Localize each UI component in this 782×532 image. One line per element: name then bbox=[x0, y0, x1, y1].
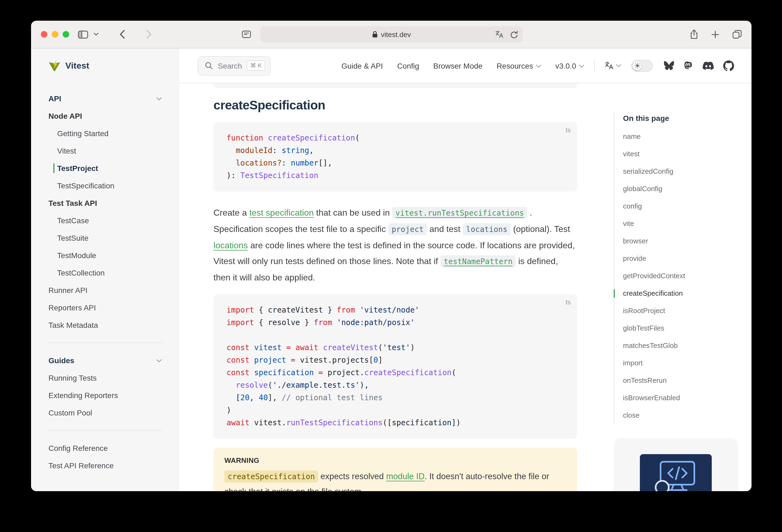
browser-window: vitest.dev bbox=[31, 21, 751, 491]
sidebar-section-api[interactable]: API bbox=[48, 90, 162, 107]
search-icon bbox=[205, 62, 213, 70]
reload-button[interactable] bbox=[510, 30, 518, 38]
sidebar-toggle-button[interactable] bbox=[78, 30, 88, 38]
sidebar-item-testcase[interactable]: TestCase bbox=[48, 212, 162, 229]
theme-toggle[interactable] bbox=[631, 60, 653, 72]
translate-icon bbox=[495, 30, 503, 39]
doc-main: createSpecification tsfunction createSpe… bbox=[213, 83, 577, 491]
outline-item-matchestestglob[interactable]: matchesTestGlob bbox=[623, 337, 738, 354]
traffic-lights bbox=[41, 31, 69, 38]
inline-link[interactable]: test specification bbox=[249, 208, 314, 217]
sponsor-card[interactable] bbox=[614, 438, 738, 491]
nav-link-label: Config bbox=[397, 61, 419, 70]
zoom-window-button[interactable] bbox=[63, 31, 69, 38]
nav-link-v3-0-0[interactable]: v3.0.0 bbox=[556, 61, 584, 70]
tab-overview-button[interactable] bbox=[733, 30, 742, 39]
inline-link[interactable]: locations bbox=[213, 241, 248, 250]
sidebar-options-chevron[interactable] bbox=[94, 33, 99, 36]
sidebar-item-runner-api[interactable]: Runner API bbox=[48, 282, 162, 299]
sidebar-item-config-reference[interactable]: Config Reference bbox=[48, 439, 162, 457]
sidebar-section-guides[interactable]: Guides bbox=[48, 352, 162, 369]
forward-button[interactable] bbox=[146, 29, 152, 39]
search-label: Search bbox=[218, 61, 242, 70]
sidebar-item-test-task-api[interactable]: Test Task API bbox=[48, 194, 162, 212]
address-bar[interactable]: vitest.dev bbox=[260, 26, 523, 42]
code-lang-label: ts bbox=[566, 126, 571, 134]
code-line: const vitest = await createVitest('test'… bbox=[226, 342, 564, 354]
outline-item-name[interactable]: name bbox=[623, 128, 738, 145]
sidebar-item-test-api-reference[interactable]: Test API Reference bbox=[48, 457, 162, 474]
sidebar-section-label: API bbox=[48, 94, 61, 103]
back-button[interactable] bbox=[119, 29, 125, 39]
sidebar-item-extending-reporters[interactable]: Extending Reporters bbox=[48, 387, 162, 404]
new-tab-button[interactable] bbox=[711, 30, 719, 38]
page-settings-icon bbox=[242, 31, 251, 38]
lock-icon bbox=[372, 31, 378, 38]
theme-toggle-knob bbox=[633, 61, 641, 70]
sidebar-item-node-api[interactable]: Node API bbox=[48, 107, 162, 125]
outline-item-close[interactable]: close bbox=[623, 407, 738, 424]
sidebar-item-running-tests[interactable]: Running Tests bbox=[48, 369, 162, 387]
code-line: ) bbox=[226, 404, 564, 417]
url-text: vitest.dev bbox=[381, 30, 411, 38]
sidebar-item-testmodule[interactable]: TestModule bbox=[48, 247, 162, 264]
inline-code: project bbox=[388, 223, 427, 235]
sidebar-item-custom-pool[interactable]: Custom Pool bbox=[48, 404, 162, 422]
sidebar-item-testspecification[interactable]: TestSpecification bbox=[48, 177, 162, 194]
outline-item-vitest[interactable]: vitest bbox=[623, 145, 738, 163]
bluesky-icon bbox=[664, 61, 674, 70]
outline-item-provide[interactable]: provide bbox=[623, 250, 738, 268]
sponsor-image bbox=[640, 454, 712, 491]
doc-paragraph: Create a test specification that can be … bbox=[213, 205, 577, 285]
outline-item-globalconfig[interactable]: globalConfig bbox=[623, 180, 738, 198]
nav-link-resources[interactable]: Resources bbox=[497, 61, 541, 70]
sidebar-item-vitest[interactable]: Vitest bbox=[48, 142, 162, 159]
sidebar-item-testproject[interactable]: TestProject bbox=[48, 159, 162, 177]
close-window-button[interactable] bbox=[41, 31, 47, 38]
outline-item-getprovidedcontext[interactable]: getProvidedContext bbox=[623, 268, 738, 285]
inline-code-link[interactable]: vitest.runTestSpecifications bbox=[392, 207, 527, 219]
search-button[interactable]: Search ⌘ K bbox=[198, 56, 271, 75]
outline-item-import[interactable]: import bbox=[623, 354, 738, 372]
outline-item-config[interactable]: config bbox=[623, 198, 738, 215]
text-run: and test bbox=[427, 224, 463, 234]
mastodon-link[interactable] bbox=[683, 61, 693, 71]
inline-code-link[interactable]: testNamePattern bbox=[440, 255, 516, 268]
logo[interactable]: Vitest bbox=[31, 48, 179, 83]
code-line: import { createVitest } from 'vitest/nod… bbox=[226, 304, 564, 316]
sidebar-item-testcollection[interactable]: TestCollection bbox=[48, 264, 162, 282]
sidebar-item-task-metadata[interactable]: Task Metadata bbox=[48, 316, 162, 334]
code-line: resolve('./example.test.ts'), bbox=[226, 379, 564, 391]
sidebar-item-getting-started[interactable]: Getting Started bbox=[48, 125, 162, 142]
outline-item-createspecification[interactable]: createSpecification bbox=[623, 285, 738, 302]
nav-link-config[interactable]: Config bbox=[397, 61, 419, 70]
sidebar-divider bbox=[48, 430, 162, 431]
outline-item-globtestfiles[interactable]: globTestFiles bbox=[623, 320, 738, 337]
social-links bbox=[664, 60, 734, 71]
outline-item-isrootproject[interactable]: isRootProject bbox=[623, 302, 738, 320]
nav-link-browser-mode[interactable]: Browser Mode bbox=[433, 61, 483, 70]
outline-item-ontestsrerun[interactable]: onTestsRerun bbox=[623, 372, 738, 389]
nav-link-guide-api[interactable]: Guide & API bbox=[342, 61, 383, 70]
chevron-down-icon bbox=[579, 64, 584, 68]
nav-link-label: Guide & API bbox=[342, 61, 383, 70]
chevron-down-icon bbox=[156, 359, 162, 362]
code-line: import { resolve } from 'node:path/posix… bbox=[226, 316, 564, 329]
bluesky-link[interactable] bbox=[664, 61, 674, 70]
share-button[interactable] bbox=[690, 29, 698, 39]
outline-item-isbrowserenabled[interactable]: isBrowserEnabled bbox=[623, 389, 738, 407]
minimize-window-button[interactable] bbox=[52, 31, 58, 38]
github-link[interactable] bbox=[723, 60, 734, 71]
outline-item-browser[interactable]: browser bbox=[623, 233, 738, 250]
outline-item-serializedconfig[interactable]: serializedConfig bbox=[623, 163, 738, 180]
language-menu-button[interactable] bbox=[604, 61, 621, 70]
discord-link[interactable] bbox=[703, 61, 714, 70]
outline-list: namevitestserializedConfigglobalConfigco… bbox=[623, 128, 738, 424]
sidebar-item-reporters-api[interactable]: Reporters API bbox=[48, 299, 162, 316]
page-settings-button[interactable] bbox=[242, 31, 251, 38]
inline-link[interactable]: module ID bbox=[386, 471, 425, 481]
outline-item-vite[interactable]: vite bbox=[623, 215, 738, 233]
sidebar-item-testsuite[interactable]: TestSuite bbox=[48, 229, 162, 247]
translate-page-button[interactable] bbox=[495, 30, 503, 39]
sidebar-section-label: Guides bbox=[48, 356, 74, 365]
